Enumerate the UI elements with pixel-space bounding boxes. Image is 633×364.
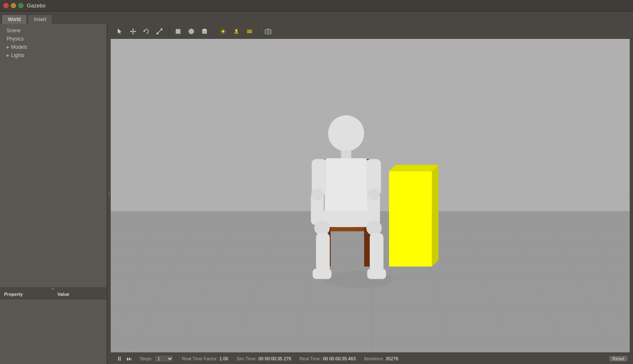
svg-rect-10	[157, 33, 158, 34]
svg-marker-4	[132, 33, 134, 34]
realtime-item: Real Time: 00 00:00:35.463	[300, 356, 356, 361]
translate-tool-button[interactable]	[127, 26, 139, 37]
box-button[interactable]	[172, 26, 184, 37]
app-title: Gazebo	[27, 2, 46, 9]
toolbar-sep-3	[259, 27, 259, 36]
realtime-value: 00 00:00:35.463	[323, 356, 356, 361]
cylinder-button[interactable]	[199, 26, 210, 37]
toolbar	[111, 24, 633, 39]
svg-point-14	[202, 29, 207, 31]
pause-button[interactable]: ⏸	[116, 354, 123, 363]
step-button[interactable]: ⏭	[126, 354, 133, 363]
rtf-value: 1.00	[219, 356, 228, 361]
svg-marker-77	[389, 165, 439, 171]
sphere-button[interactable]	[186, 26, 197, 37]
svg-point-64	[311, 188, 323, 200]
toolbar-sep-1	[169, 27, 169, 36]
svg-rect-69	[333, 211, 372, 227]
tree-item-lights[interactable]: ▶ Lights	[0, 51, 107, 59]
properties-header: Property Value	[0, 290, 107, 299]
statusbar: ⏸ ⏭ Steps: 1 10 100 Real Time Factor: 1.…	[111, 352, 633, 364]
main-layout: World Insert Scene Physics ▶ Models ▶ Li…	[0, 12, 633, 364]
dirlight-button[interactable]	[244, 26, 255, 37]
iterations-value: 35276	[386, 356, 398, 361]
steps-item: Steps: 1 10 100	[140, 355, 174, 362]
svg-rect-11	[176, 29, 180, 33]
svg-rect-9	[161, 29, 162, 30]
simtime-label: Sim Time:	[236, 356, 257, 361]
maximize-button[interactable]	[18, 3, 24, 8]
tree-item-scene[interactable]: Scene	[0, 26, 107, 35]
svg-point-15	[222, 30, 224, 33]
tree-item-physics[interactable]: Physics	[0, 35, 107, 43]
svg-rect-61	[325, 158, 368, 214]
svg-point-12	[189, 29, 194, 34]
select-tool-button[interactable]	[114, 26, 126, 37]
svg-line-20	[221, 29, 222, 30]
3d-viewport[interactable]: ⋮	[111, 39, 633, 352]
lights-arrow: ▶	[7, 53, 10, 57]
simtime-item: Sim Time: 00 00:00:35.276	[236, 356, 291, 361]
screenshot-button[interactable]	[262, 26, 274, 37]
rtf-item: Real Time Factor: 1.00	[182, 356, 228, 361]
physics-label: Physics	[7, 36, 24, 42]
titlebar: Gazebo	[0, 0, 633, 12]
iterations-item: Iterations: 35276	[364, 356, 398, 361]
svg-point-29	[267, 31, 269, 33]
svg-line-22	[225, 29, 226, 30]
svg-point-67	[368, 188, 380, 200]
rtf-label: Real Time Factor:	[182, 356, 218, 361]
close-button[interactable]	[3, 3, 9, 8]
simtime-value: 00 00:00:35.276	[258, 356, 291, 361]
svg-line-23	[221, 33, 222, 33]
svg-marker-6	[135, 31, 136, 32]
iterations-label: Iterations:	[364, 356, 384, 361]
tree-item-models[interactable]: ▶ Models	[0, 43, 107, 51]
svg-rect-72	[316, 233, 330, 272]
scale-tool-button[interactable]	[154, 26, 165, 37]
svg-marker-0	[118, 29, 121, 34]
steps-select[interactable]: 1 10 100	[154, 355, 174, 362]
left-panel-resize-handle[interactable]	[107, 24, 111, 364]
svg-marker-3	[132, 29, 134, 30]
toolbar-sep-2	[214, 27, 214, 36]
properties-panel: Property Value	[0, 290, 107, 364]
tabs-row: World Insert	[0, 12, 633, 24]
svg-rect-76	[389, 171, 432, 266]
pointlight-button[interactable]	[217, 26, 229, 37]
content-area: Scene Physics ▶ Models ▶ Lights Property	[0, 24, 633, 364]
svg-marker-5	[130, 31, 131, 32]
play-controls: ⏸ ⏭	[116, 354, 133, 363]
rotate-tool-button[interactable]	[140, 26, 152, 37]
svg-point-59	[328, 115, 364, 151]
property-col-header: Property	[0, 291, 53, 297]
models-arrow: ▶	[7, 45, 10, 49]
models-label: Models	[11, 44, 27, 50]
svg-line-21	[225, 33, 226, 33]
tab-insert[interactable]: Insert	[28, 14, 52, 24]
right-panel-resize-handle[interactable]: ⋮	[630, 39, 633, 352]
world-tree: Scene Physics ▶ Models ▶ Lights	[0, 24, 107, 287]
svg-rect-74	[313, 269, 332, 279]
value-col-header: Value	[53, 291, 74, 297]
left-panel: Scene Physics ▶ Models ▶ Lights Property	[0, 24, 107, 364]
tab-world[interactable]: World	[2, 14, 27, 24]
steps-label: Steps:	[140, 356, 152, 361]
scene-label: Scene	[7, 28, 21, 33]
svg-point-24	[236, 29, 238, 31]
window-controls	[3, 3, 24, 8]
viewport-container: ⋮ ⏸ ⏭ Steps: 1 10 100 Real	[111, 24, 633, 364]
lights-label: Lights	[11, 52, 24, 58]
svg-rect-60	[341, 150, 351, 159]
realtime-label: Real Time:	[300, 356, 321, 361]
svg-marker-78	[432, 165, 439, 266]
scene-svg	[111, 39, 633, 352]
svg-rect-75	[367, 269, 386, 279]
svg-rect-28	[265, 30, 271, 34]
minimize-button[interactable]	[11, 3, 16, 8]
spotlight-button[interactable]	[231, 26, 242, 37]
svg-rect-73	[370, 233, 383, 272]
reset-button[interactable]: Reset	[609, 355, 628, 362]
